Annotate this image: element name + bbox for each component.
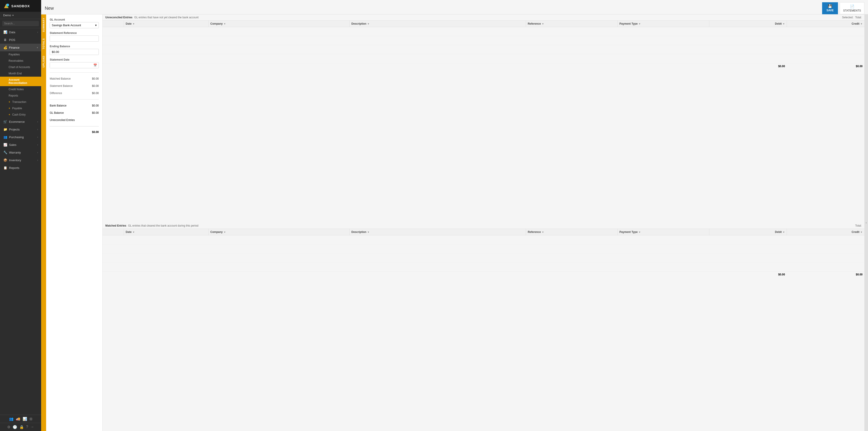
ref-filter-icon-unrec[interactable]: ▼ xyxy=(542,23,544,25)
unreconciled-entries-label: Unreconciled Entries xyxy=(50,119,75,122)
col-date-unrec: Date ▼ xyxy=(124,21,209,27)
matched-balance-row: Matched Balance $0.00 xyxy=(50,76,99,81)
ref-filter-icon-matched[interactable]: ▼ xyxy=(542,231,544,234)
unreconciled-table-wrapper[interactable]: Date ▼ Company ▼ xyxy=(103,21,864,223)
footer-spacer-matched xyxy=(103,272,709,278)
selected-label: Selected: xyxy=(842,16,853,19)
sidebar-item-ecommerce[interactable]: 🛒 Ecommerce › xyxy=(0,118,41,125)
sidebar-sub-receivables[interactable]: Receivables xyxy=(0,58,41,64)
sidebar-plus-transaction[interactable]: + Transaction xyxy=(0,99,41,105)
sidebar-plus-payable[interactable]: + Payable xyxy=(0,105,41,112)
gl-account-select[interactable]: Savings Bank Account ▾ xyxy=(50,22,99,28)
date-filter-icon-matched[interactable]: ▼ xyxy=(132,231,135,234)
search-container xyxy=(0,19,41,28)
credit-filter-icon-unrec[interactable]: ▼ xyxy=(860,23,863,25)
warranty-arrow: › xyxy=(37,151,38,154)
sidebar-item-warranty[interactable]: 🔧 Warranty › xyxy=(0,149,41,156)
data-icon: 📊 xyxy=(3,30,7,34)
save-label: SAVE xyxy=(827,9,834,12)
sidebar-item-ecommerce-label: Ecommerce xyxy=(9,120,35,123)
desc-filter-icon-unrec[interactable]: ▼ xyxy=(367,23,370,25)
save-icon: 💾 xyxy=(828,4,832,8)
unreconciled-table: Date ▼ Company ▼ xyxy=(103,21,864,69)
sidebar-item-purchasing[interactable]: 👥 Purchasing › xyxy=(0,133,41,141)
lock-icon[interactable]: 🔒 xyxy=(20,425,24,429)
sidebar-sub-account-reconciliation[interactable]: Account Reconciliation xyxy=(0,76,41,86)
user-menu[interactable]: Demo ▾ xyxy=(0,12,41,19)
matched-section: Matched Entries GL entries that cleared … xyxy=(103,223,864,431)
col-desc-matched: Description ▼ xyxy=(349,229,526,236)
sidebar-item-projects[interactable]: 📁 Projects › xyxy=(0,125,41,133)
search-input[interactable] xyxy=(2,21,39,26)
left-panel: GL Account Savings Bank Account ▾ Statem… xyxy=(46,14,103,431)
sidebar-item-inventory-label: Inventory xyxy=(9,158,35,162)
plus-payable-label: Payable xyxy=(12,107,22,110)
statement-ref-label: Statement Reference xyxy=(50,31,99,35)
table-row xyxy=(103,45,864,54)
logout-icon[interactable]: → xyxy=(30,425,34,429)
collapse-button[interactable]: ‹ xyxy=(864,14,868,431)
sidebar-sub-chart-of-accounts[interactable]: Chart of Accounts xyxy=(0,64,41,70)
sidebar-sub-payables[interactable]: Payables xyxy=(0,51,41,58)
chart-icon[interactable]: 📊 xyxy=(23,417,27,421)
sidebar-sub-reports-finance[interactable]: Reports xyxy=(0,92,41,99)
credit-filter-icon-matched[interactable]: ▼ xyxy=(860,231,863,234)
debit-filter-icon-unrec[interactable]: ▼ xyxy=(782,23,785,25)
matched-table-wrapper[interactable]: Date ▼ Company ▼ xyxy=(103,229,864,431)
date-filter-icon-unrec[interactable]: ▼ xyxy=(132,23,135,25)
col-ref-unrec: Reference ▼ xyxy=(526,21,618,27)
paytype-filter-icon-matched[interactable]: ▼ xyxy=(639,231,641,234)
reports-icon: 📋 xyxy=(3,166,7,170)
paytype-filter-icon-unrec[interactable]: ▼ xyxy=(639,23,641,25)
company-filter-icon-matched[interactable]: ▼ xyxy=(223,231,226,234)
sidebar-item-pos[interactable]: 🖥 POS xyxy=(0,36,41,44)
sidebar-item-reports[interactable]: 📋 Reports xyxy=(0,164,41,172)
col-paytype-unrec: Payment Type ▼ xyxy=(618,21,709,27)
sidebar-sub-month-end[interactable]: Month End xyxy=(0,70,41,76)
sales-icon: 📈 xyxy=(3,143,7,147)
col-desc-unrec: Description ▼ xyxy=(349,21,526,27)
sidebar-plus-cash-entry[interactable]: + Cash Entry xyxy=(0,112,41,118)
grid-icon[interactable]: ⊞ xyxy=(29,417,32,421)
main-content: New 💾 SAVE 📄 STATEMENTS SUMMARY TOTALS U… xyxy=(41,0,868,431)
statement-date-wrapper: 📅 xyxy=(50,62,99,68)
calendar-icon[interactable]: 📅 xyxy=(92,62,99,68)
sidebar-item-finance[interactable]: 💰 Finance ▾ xyxy=(0,44,41,51)
payables-label: Payables xyxy=(8,53,20,56)
sidebar-sub-credit-notes[interactable]: Credit Notes xyxy=(0,86,41,92)
page-title: New xyxy=(45,6,54,11)
statement-balance-label: Statement Balance xyxy=(50,84,72,88)
help-icon[interactable]: ? xyxy=(26,425,28,429)
statement-ref-input[interactable] xyxy=(50,35,99,41)
desc-filter-icon-matched[interactable]: ▼ xyxy=(367,231,370,234)
table-row xyxy=(103,27,864,36)
matched-tbody xyxy=(103,236,864,272)
ecommerce-icon: 🛒 xyxy=(3,120,7,123)
statements-button[interactable]: 📄 STATEMENTS xyxy=(840,2,864,14)
unreconciled-entries-row: Unreconciled Entries xyxy=(50,118,99,122)
settings-icon[interactable]: ⚙ xyxy=(7,425,10,429)
debit-filter-icon-matched[interactable]: ▼ xyxy=(782,231,785,234)
table-row xyxy=(103,263,864,272)
side-tab-upload[interactable]: UPLOAD xyxy=(41,53,46,70)
statements-icon: 📄 xyxy=(850,4,855,8)
team-icon[interactable]: 👥 xyxy=(9,417,13,421)
statement-date-input[interactable] xyxy=(50,62,92,68)
sidebar-item-inventory[interactable]: 📦 Inventory › xyxy=(0,156,41,164)
purchasing-arrow: › xyxy=(37,136,38,138)
clock-icon[interactable]: 🕐 xyxy=(13,425,17,429)
ending-balance-input[interactable] xyxy=(50,49,99,55)
matched-table: Date ▼ Company ▼ xyxy=(103,229,864,277)
sidebar-item-data[interactable]: 📊 Data › xyxy=(0,28,41,36)
sidebar-item-sales[interactable]: 📈 Sales › xyxy=(0,141,41,149)
projects-arrow: › xyxy=(37,128,38,131)
side-tab-totals[interactable]: TOTALS xyxy=(41,35,46,53)
sidebar-item-sales-label: Sales xyxy=(9,143,35,147)
unreconciled-total: $0.00 xyxy=(92,130,99,134)
sidebar-item-reports-label: Reports xyxy=(9,166,38,170)
save-button[interactable]: 💾 SAVE xyxy=(822,2,838,14)
side-tab-summary[interactable]: SUMMARY xyxy=(41,14,46,35)
company-filter-icon-unrec[interactable]: ▼ xyxy=(223,23,226,25)
purchasing-icon: 👥 xyxy=(3,135,7,139)
truck-icon[interactable]: 🚚 xyxy=(16,417,20,421)
